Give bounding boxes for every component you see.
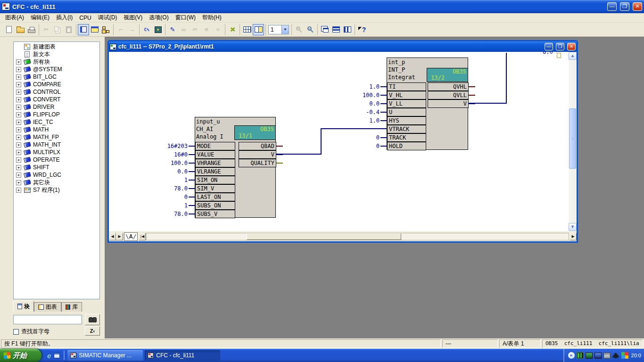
expand-icon[interactable]: +	[16, 150, 21, 155]
open-icon[interactable]	[15, 24, 26, 35]
pin-name[interactable]: SIM_ON	[195, 176, 235, 184]
chart-minimize-button[interactable]: —	[545, 43, 553, 50]
expand-icon[interactable]: +	[16, 105, 21, 110]
wire-v-to-vtrack-h1[interactable]	[276, 154, 322, 155]
pin-value[interactable]: 0.0	[353, 100, 380, 107]
pin-name[interactable]: V_HL	[387, 91, 426, 99]
pin-value[interactable]: -0.4	[353, 109, 380, 115]
expand-icon[interactable]: +	[16, 82, 21, 87]
menu-item-6[interactable]: 选项(O)	[146, 13, 172, 23]
input-pin-vlrange[interactable]: 0.0VLRANGE	[161, 167, 235, 176]
pin-value[interactable]: 78.0	[161, 185, 189, 192]
pin-name[interactable]: VTRACK	[387, 125, 426, 133]
output-pin-qvll[interactable]: QVLL	[428, 91, 475, 99]
input-pin-sim_v[interactable]: 78.0SIM_V	[161, 184, 235, 193]
chart-canvas[interactable]: input_uCH_AIAnalog IOB3513/116#203MODE16…	[109, 52, 569, 231]
pin-value[interactable]: 1.0	[353, 83, 380, 90]
tree-item-iec-tc[interactable]: +IEC_TC	[14, 118, 99, 126]
block-int-p[interactable]: int_pINT_PIntegratOB3513/21.0TI100.0V_HL…	[387, 58, 468, 150]
tree-item-new-chart[interactable]: +新建图表	[14, 43, 99, 50]
tree-item-system[interactable]: +@SYSTEM	[14, 66, 99, 73]
tray-network-icon[interactable]	[594, 353, 602, 359]
pin-value[interactable]: 16#0	[161, 151, 189, 158]
tree-item-math[interactable]: +MATH	[14, 126, 99, 133]
input-pin-sim_on[interactable]: 1SIM_ON	[161, 176, 235, 184]
pin-name[interactable]: HYS	[387, 116, 426, 125]
download-icon[interactable]: ▼	[152, 24, 164, 35]
tree-item-control[interactable]: +CONTROL	[14, 88, 99, 96]
scroll-right-button[interactable]: ▶	[570, 233, 577, 240]
vertical-scroll-thumb[interactable]: ≡	[569, 108, 576, 169]
task-button-0[interactable]: SIMATIC Manager ...	[67, 350, 143, 361]
chart-hierarchy-icon[interactable]	[100, 24, 112, 35]
output-pin-quality[interactable]: QUALITY	[239, 159, 283, 167]
menu-item-1[interactable]: 编辑(E)	[27, 13, 53, 23]
close-button[interactable]: ✕	[633, 2, 642, 11]
sheet-next-button[interactable]: ▶	[116, 233, 123, 240]
tray-s7tools-icon[interactable]	[621, 352, 628, 359]
output-pin-qbad[interactable]: QBAD	[239, 142, 283, 150]
tree-item-multiplx[interactable]: +MULTIPLX	[14, 148, 99, 156]
vertical-scrollbar[interactable]: ▲ ≡ ▼	[569, 52, 577, 231]
chart-maximize-button[interactable]: ❐	[556, 43, 564, 50]
pin-name[interactable]: QUALITY	[239, 159, 276, 167]
pin-value[interactable]: 100.0	[353, 92, 380, 99]
tree-item-all-blocks[interactable]: +所有块	[14, 58, 99, 66]
expand-icon[interactable]: +	[16, 180, 21, 185]
zoom-select-dropdown-icon[interactable]: ▼	[281, 25, 289, 34]
output-pin-v[interactable]: V	[239, 150, 283, 159]
zoom-select[interactable]: 1▼	[268, 25, 289, 34]
expand-icon[interactable]: +	[16, 112, 21, 117]
table-view-icon[interactable]	[241, 24, 253, 35]
expand-icon[interactable]: +	[16, 74, 21, 80]
pin-value[interactable]: 1.0	[353, 117, 380, 124]
expand-icon[interactable]: +	[16, 173, 21, 178]
menu-item-2[interactable]: 插入(I)	[53, 13, 76, 23]
tray-chevron-icon[interactable]: «	[568, 352, 575, 359]
input-pin-v_hl[interactable]: 100.0V_HL	[353, 91, 426, 99]
input-pin-value[interactable]: 16#0VALUE	[161, 150, 235, 159]
tree-item-bit-lgc[interactable]: +BIT_LGC	[14, 73, 99, 81]
pin-name[interactable]: SUBS_V	[195, 210, 235, 218]
pin-value[interactable]: 16#203	[161, 143, 189, 149]
tree-item-wrd-lgc[interactable]: +WRD_LGC	[14, 171, 99, 179]
pin-name[interactable]: QBAD	[239, 142, 276, 150]
pin-name[interactable]: QVLL	[428, 91, 469, 99]
pin-name[interactable]: SUBS_ON	[195, 201, 235, 210]
tree-item-compare[interactable]: +COMPARE	[14, 81, 99, 88]
chart-properties-icon[interactable]	[89, 24, 100, 35]
pin-value[interactable]: 1	[161, 177, 189, 183]
input-pin-v_ll[interactable]: 0.0V_LL	[353, 99, 426, 108]
tray-station-icon[interactable]	[586, 353, 593, 359]
optimize-run-icon[interactable]: ×	[227, 24, 238, 35]
scroll-home-button[interactable]: |◀	[139, 233, 146, 240]
pin-name[interactable]: VALUE	[195, 150, 235, 159]
expand-icon[interactable]: +	[16, 135, 21, 140]
pin-value[interactable]: 78.0	[161, 211, 189, 217]
tree-item-other-blocks[interactable]: +其它块	[14, 179, 99, 186]
minimize-button[interactable]: —	[607, 2, 617, 11]
expand-icon[interactable]: +	[16, 59, 21, 65]
menu-item-7[interactable]: 窗口(W)	[172, 13, 199, 23]
tree-item-new-text[interactable]: +新文本	[14, 50, 99, 58]
expand-icon[interactable]: +	[16, 142, 21, 148]
new-file-icon[interactable]	[3, 24, 15, 35]
print-icon[interactable]	[26, 24, 37, 35]
pin-name[interactable]: HOLD	[387, 142, 426, 150]
tree-item-operate[interactable]: +OPERATE	[14, 156, 99, 164]
input-pin-hys[interactable]: 1.0HYS	[353, 116, 426, 125]
pin-value[interactable]: 0	[161, 194, 189, 200]
task-box[interactable]: OB3513/1	[234, 125, 276, 140]
tree-item-math-fp[interactable]: +MATH_FP	[14, 133, 99, 141]
expand-icon[interactable]: +	[16, 188, 21, 193]
pin-value[interactable]: 100.0	[161, 160, 189, 166]
tray-plane-icon[interactable]	[612, 353, 619, 359]
pin-value[interactable]: 0.0	[161, 168, 189, 175]
input-pin-ti[interactable]: 1.0TI	[353, 82, 426, 91]
pin-name[interactable]: VLRANGE	[195, 167, 235, 176]
horizontal-scroll-thumb[interactable]	[247, 233, 401, 240]
block-catalog-tree[interactable]: +新建图表+新文本+所有块+@SYSTEM+BIT_LGC+COMPARE+CO…	[13, 41, 100, 299]
context-help-icon[interactable]: ?	[356, 24, 368, 35]
tree-item-s7-program[interactable]: +S7 程序(1)	[14, 186, 99, 194]
sheet-tab-a[interactable]: \A/	[124, 232, 138, 241]
